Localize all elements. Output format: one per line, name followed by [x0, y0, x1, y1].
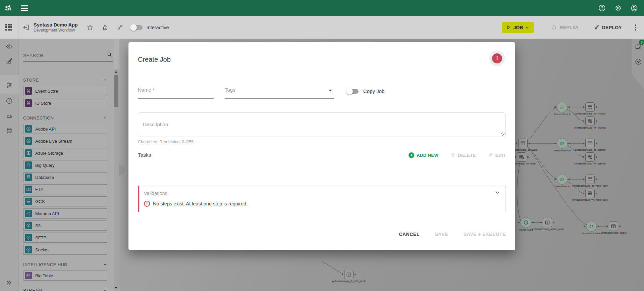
name-field[interactable]: Name *	[138, 87, 214, 99]
interactive-toggle[interactable]	[131, 25, 143, 30]
tags-placeholder: Tags	[225, 87, 334, 94]
tasks-row: Tasks + ADD NEW DELETE EDIT	[138, 150, 506, 160]
job-fields-row: Name * Tags Copy Job	[138, 87, 506, 101]
validation-message: No steps exist. At least one step is req…	[153, 201, 248, 206]
interactive-label: Interactive	[147, 25, 169, 30]
star-favorite-icon[interactable]	[87, 24, 94, 31]
create-job-modal: Create Job ! Name * Tags Copy Job Charac…	[128, 42, 515, 250]
name-placeholder: Name *	[138, 87, 214, 94]
kebab-menu-icon[interactable]	[633, 24, 639, 31]
edit-button[interactable]: EDIT	[488, 153, 506, 158]
lock-icon[interactable]	[102, 24, 109, 31]
save-button[interactable]: SAVE	[435, 232, 448, 237]
modal-footer: CANCEL SAVE SAVE + EXECUTE	[138, 232, 506, 237]
rocket-icon	[594, 25, 599, 30]
plus-circle-icon: +	[409, 152, 414, 158]
tasks-label: Tasks	[138, 152, 151, 158]
name-underline	[138, 98, 214, 99]
syntasa-logo: S\	[0, 4, 15, 12]
chevron-down-icon	[525, 26, 529, 30]
play-icon	[506, 25, 511, 30]
copy-job-control: Copy Job	[347, 88, 384, 94]
validations-label: Validations	[144, 191, 501, 196]
chevron-down-icon[interactable]	[495, 190, 500, 195]
characters-remaining: Characters Remaining: 0 /255	[138, 140, 506, 144]
fit-screen-icon[interactable]	[117, 24, 124, 31]
pencil-icon	[488, 153, 493, 158]
top-app-bar: S\	[0, 0, 644, 16]
validations-panel: Validations ! No steps exist. At least o…	[138, 186, 506, 212]
tags-select[interactable]: Tags	[225, 87, 334, 99]
delete-button[interactable]: DELETE	[450, 153, 476, 158]
app-name: Syntasa Demo App	[34, 22, 78, 28]
workspace: syntasademoapp_db_event syntasademoapp_v…	[0, 39, 644, 291]
app-title-block: Syntasa Demo App Development Workflow	[34, 22, 78, 33]
replay-icon	[551, 25, 557, 30]
exit-workflow-icon[interactable]	[22, 24, 30, 31]
apps-grid-icon[interactable]	[5, 24, 13, 31]
deploy-button[interactable]: DEPLOY	[594, 25, 622, 30]
error-exclamation-icon: !	[492, 53, 502, 63]
account-icon[interactable]	[631, 4, 638, 12]
copy-job-label: Copy Job	[363, 88, 384, 94]
error-circle-icon: !	[144, 201, 150, 207]
job-button[interactable]: JOB	[502, 22, 534, 33]
copy-job-toggle[interactable]	[347, 89, 359, 94]
tags-underline	[225, 98, 334, 99]
description-textarea[interactable]	[138, 113, 505, 137]
add-new-button[interactable]: + ADD NEW	[409, 152, 438, 158]
replay-button[interactable]: REPLAY	[551, 25, 579, 30]
cancel-button[interactable]: CANCEL	[399, 232, 419, 237]
dropdown-caret-icon	[329, 90, 332, 92]
help-icon[interactable]	[598, 4, 606, 12]
description-box	[138, 112, 506, 137]
workflow-toolbar: Syntasa Demo App Development Workflow In…	[0, 16, 644, 39]
app-subtitle: Development Workflow	[34, 28, 78, 33]
settings-gear-icon[interactable]	[614, 4, 622, 12]
error-badge: !	[489, 51, 505, 66]
trash-icon	[450, 153, 455, 158]
hamburger-menu-icon[interactable]	[21, 5, 28, 11]
save-execute-button[interactable]: SAVE + EXECUTE	[464, 232, 506, 237]
modal-title: Create Job	[138, 56, 506, 63]
